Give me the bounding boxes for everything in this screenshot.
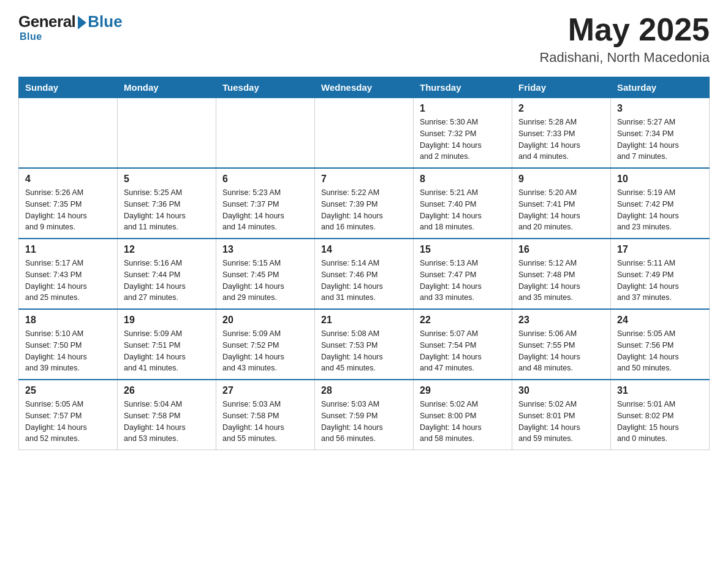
calendar-cell: 18Sunrise: 5:10 AMSunset: 7:50 PMDayligh… — [19, 309, 118, 380]
day-number: 7 — [321, 174, 407, 185]
day-info: Sunrise: 5:22 AMSunset: 7:39 PMDaylight:… — [321, 187, 407, 233]
calendar-cell: 20Sunrise: 5:09 AMSunset: 7:52 PMDayligh… — [216, 309, 315, 380]
calendar-cell: 30Sunrise: 5:02 AMSunset: 8:01 PMDayligh… — [512, 380, 611, 450]
calendar-cell: 22Sunrise: 5:07 AMSunset: 7:54 PMDayligh… — [414, 309, 512, 380]
day-info: Sunrise: 5:01 AMSunset: 8:02 PMDaylight:… — [617, 399, 703, 445]
day-number: 27 — [222, 385, 308, 396]
day-info: Sunrise: 5:06 AMSunset: 7:55 PMDaylight:… — [518, 328, 604, 374]
day-info: Sunrise: 5:09 AMSunset: 7:51 PMDaylight:… — [124, 328, 210, 374]
day-number: 13 — [222, 244, 308, 255]
calendar-cell: 26Sunrise: 5:04 AMSunset: 7:58 PMDayligh… — [118, 380, 216, 450]
day-number: 21 — [321, 315, 407, 326]
day-number: 23 — [518, 315, 604, 326]
calendar-cell — [216, 98, 315, 169]
day-number: 25 — [25, 385, 111, 396]
calendar-cell: 31Sunrise: 5:01 AMSunset: 8:02 PMDayligh… — [611, 380, 710, 450]
day-number: 30 — [518, 385, 604, 396]
day-number: 19 — [124, 315, 210, 326]
day-number: 16 — [518, 244, 604, 255]
calendar-cell: 7Sunrise: 5:22 AMSunset: 7:39 PMDaylight… — [315, 168, 414, 239]
day-number: 11 — [25, 244, 111, 255]
day-number: 14 — [321, 244, 407, 255]
calendar-cell: 8Sunrise: 5:21 AMSunset: 7:40 PMDaylight… — [414, 168, 512, 239]
weekday-header-monday: Monday — [118, 77, 216, 98]
day-info: Sunrise: 5:12 AMSunset: 7:48 PMDaylight:… — [518, 258, 604, 304]
day-info: Sunrise: 5:27 AMSunset: 7:34 PMDaylight:… — [617, 117, 703, 163]
day-info: Sunrise: 5:15 AMSunset: 7:45 PMDaylight:… — [222, 258, 308, 304]
day-number: 9 — [518, 174, 604, 185]
day-info: Sunrise: 5:08 AMSunset: 7:53 PMDaylight:… — [321, 328, 407, 374]
day-number: 26 — [124, 385, 210, 396]
day-info: Sunrise: 5:20 AMSunset: 7:41 PMDaylight:… — [518, 187, 604, 233]
logo-general-text: General — [18, 12, 75, 31]
day-info: Sunrise: 5:11 AMSunset: 7:49 PMDaylight:… — [617, 258, 703, 304]
month-year-title: May 2025 — [539, 12, 710, 47]
day-info: Sunrise: 5:05 AMSunset: 7:57 PMDaylight:… — [25, 399, 111, 445]
day-number: 6 — [222, 174, 308, 185]
day-number: 5 — [124, 174, 210, 185]
calendar-cell: 12Sunrise: 5:16 AMSunset: 7:44 PMDayligh… — [118, 239, 216, 309]
calendar-week-row: 18Sunrise: 5:10 AMSunset: 7:50 PMDayligh… — [19, 309, 710, 380]
calendar-cell: 10Sunrise: 5:19 AMSunset: 7:42 PMDayligh… — [611, 168, 710, 239]
calendar-cell — [315, 98, 414, 169]
calendar-cell — [19, 98, 118, 169]
day-info: Sunrise: 5:04 AMSunset: 7:58 PMDaylight:… — [124, 399, 210, 445]
day-info: Sunrise: 5:19 AMSunset: 7:42 PMDaylight:… — [617, 187, 703, 233]
title-block: May 2025 Radishani, North Macedonia — [539, 12, 710, 66]
calendar-week-row: 11Sunrise: 5:17 AMSunset: 7:43 PMDayligh… — [19, 239, 710, 309]
day-number: 18 — [25, 315, 111, 326]
calendar-cell: 4Sunrise: 5:26 AMSunset: 7:35 PMDaylight… — [19, 168, 118, 239]
day-info: Sunrise: 5:03 AMSunset: 7:59 PMDaylight:… — [321, 399, 407, 445]
calendar-cell: 14Sunrise: 5:14 AMSunset: 7:46 PMDayligh… — [315, 239, 414, 309]
day-number: 4 — [25, 174, 111, 185]
weekday-header-sunday: Sunday — [19, 77, 118, 98]
calendar-cell — [118, 98, 216, 169]
calendar-cell: 21Sunrise: 5:08 AMSunset: 7:53 PMDayligh… — [315, 309, 414, 380]
calendar-table: SundayMondayTuesdayWednesdayThursdayFrid… — [18, 77, 710, 450]
logo: General Blue Blue — [18, 12, 123, 42]
day-number: 12 — [124, 244, 210, 255]
day-info: Sunrise: 5:02 AMSunset: 8:01 PMDaylight:… — [518, 399, 604, 445]
calendar-week-row: 1Sunrise: 5:30 AMSunset: 7:32 PMDaylight… — [19, 98, 710, 169]
calendar-cell: 15Sunrise: 5:13 AMSunset: 7:47 PMDayligh… — [414, 239, 512, 309]
day-number: 29 — [420, 385, 506, 396]
logo-arrow-icon — [78, 16, 86, 29]
calendar-cell: 9Sunrise: 5:20 AMSunset: 7:41 PMDaylight… — [512, 168, 611, 239]
calendar-cell: 13Sunrise: 5:15 AMSunset: 7:45 PMDayligh… — [216, 239, 315, 309]
calendar-week-row: 25Sunrise: 5:05 AMSunset: 7:57 PMDayligh… — [19, 380, 710, 450]
calendar-header-row: SundayMondayTuesdayWednesdayThursdayFrid… — [19, 77, 710, 98]
day-info: Sunrise: 5:02 AMSunset: 8:00 PMDaylight:… — [420, 399, 506, 445]
calendar-cell: 1Sunrise: 5:30 AMSunset: 7:32 PMDaylight… — [414, 98, 512, 169]
logo-blue-text: Blue — [88, 12, 122, 31]
day-info: Sunrise: 5:28 AMSunset: 7:33 PMDaylight:… — [518, 117, 604, 163]
day-info: Sunrise: 5:14 AMSunset: 7:46 PMDaylight:… — [321, 258, 407, 304]
calendar-cell: 11Sunrise: 5:17 AMSunset: 7:43 PMDayligh… — [19, 239, 118, 309]
day-number: 17 — [617, 244, 703, 255]
day-number: 28 — [321, 385, 407, 396]
day-info: Sunrise: 5:03 AMSunset: 7:58 PMDaylight:… — [222, 399, 308, 445]
calendar-cell: 5Sunrise: 5:25 AMSunset: 7:36 PMDaylight… — [118, 168, 216, 239]
day-info: Sunrise: 5:13 AMSunset: 7:47 PMDaylight:… — [420, 258, 506, 304]
location-subtitle: Radishani, North Macedonia — [539, 50, 710, 66]
weekday-header-wednesday: Wednesday — [315, 77, 414, 98]
day-number: 1 — [420, 103, 506, 114]
day-number: 8 — [420, 174, 506, 185]
calendar-cell: 25Sunrise: 5:05 AMSunset: 7:57 PMDayligh… — [19, 380, 118, 450]
weekday-header-tuesday: Tuesday — [216, 77, 315, 98]
calendar-cell: 6Sunrise: 5:23 AMSunset: 7:37 PMDaylight… — [216, 168, 315, 239]
day-info: Sunrise: 5:30 AMSunset: 7:32 PMDaylight:… — [420, 117, 506, 163]
calendar-cell: 3Sunrise: 5:27 AMSunset: 7:34 PMDaylight… — [611, 98, 710, 169]
calendar-cell: 27Sunrise: 5:03 AMSunset: 7:58 PMDayligh… — [216, 380, 315, 450]
day-info: Sunrise: 5:09 AMSunset: 7:52 PMDaylight:… — [222, 328, 308, 374]
calendar-cell: 28Sunrise: 5:03 AMSunset: 7:59 PMDayligh… — [315, 380, 414, 450]
day-info: Sunrise: 5:25 AMSunset: 7:36 PMDaylight:… — [124, 187, 210, 233]
day-info: Sunrise: 5:16 AMSunset: 7:44 PMDaylight:… — [124, 258, 210, 304]
calendar-cell: 19Sunrise: 5:09 AMSunset: 7:51 PMDayligh… — [118, 309, 216, 380]
day-number: 3 — [617, 103, 703, 114]
day-info: Sunrise: 5:10 AMSunset: 7:50 PMDaylight:… — [25, 328, 111, 374]
day-info: Sunrise: 5:21 AMSunset: 7:40 PMDaylight:… — [420, 187, 506, 233]
calendar-cell: 24Sunrise: 5:05 AMSunset: 7:56 PMDayligh… — [611, 309, 710, 380]
day-info: Sunrise: 5:23 AMSunset: 7:37 PMDaylight:… — [222, 187, 308, 233]
day-number: 10 — [617, 174, 703, 185]
weekday-header-friday: Friday — [512, 77, 611, 98]
